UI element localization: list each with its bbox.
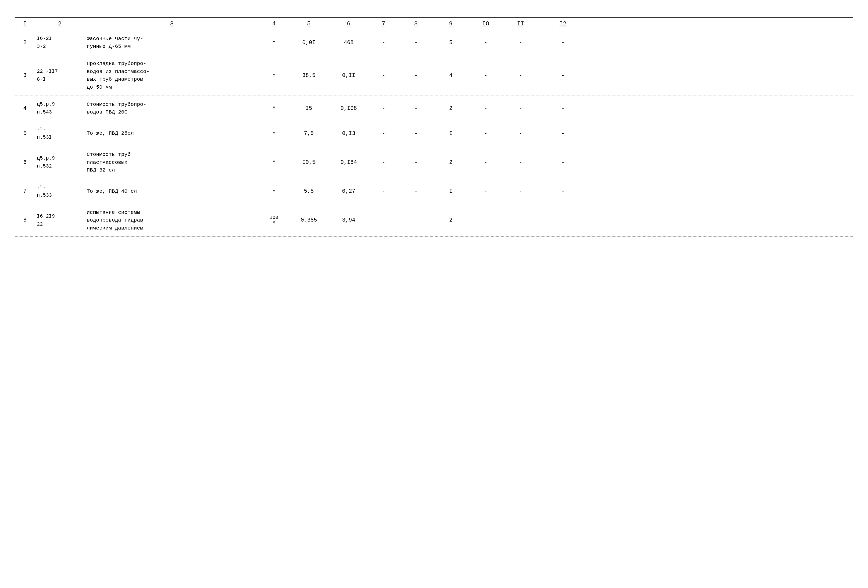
cell-col5: 5,5: [289, 188, 329, 195]
cell-num: 5: [15, 130, 35, 137]
col-header-6: 6: [329, 21, 369, 27]
cell-num: 8: [15, 217, 35, 223]
cell-description: Стоимость труб пластмассовых ПВД 32 сл: [85, 150, 259, 174]
col-header-7: 7: [369, 21, 399, 27]
cell-col7: -: [369, 217, 399, 223]
cell-col9: 4: [433, 72, 468, 79]
cell-col7: -: [369, 188, 399, 195]
cell-col8: -: [399, 188, 433, 195]
cell-col10: -: [468, 217, 503, 223]
cell-col6: 0,I3: [329, 130, 369, 137]
cell-col12: -: [538, 105, 588, 112]
table-row: 322 -II7 8-IПрокладка трубопро- водов из…: [15, 55, 853, 96]
table-row: 5-"- п.53IТо же, ПВД 25слМ7,50,I3--I---: [15, 121, 853, 146]
cell-col12: -: [538, 159, 588, 165]
cell-col12: -: [538, 217, 588, 223]
cell-col12: -: [538, 72, 588, 79]
cell-col7: -: [369, 159, 399, 165]
cell-col11: -: [503, 188, 538, 195]
cell-col9: 5: [433, 40, 468, 46]
cell-description: Фасонные части чу- гунные Д-65 мм: [85, 35, 259, 50]
cell-col7: -: [369, 105, 399, 112]
col-header-5: 5: [289, 21, 329, 27]
cell-unit: М: [259, 131, 289, 136]
cell-col8: -: [399, 72, 433, 79]
col-header-2: 2: [35, 21, 85, 27]
cell-col11: -: [503, 105, 538, 112]
table-row: 8I6-2I9 22Испытание системы водопровода …: [15, 204, 853, 237]
cell-description: Прокладка трубопро- водов из пластмассо-…: [85, 60, 259, 91]
cell-col10: -: [468, 72, 503, 79]
cell-code: 22 -II7 8-I: [35, 68, 85, 83]
cell-num: 3: [15, 72, 35, 79]
cell-description: Испытание системы водопровода гидрав- ли…: [85, 209, 259, 232]
cell-col5: I0,5: [289, 159, 329, 165]
cell-code: -"- п.53I: [35, 125, 85, 141]
cell-col12: -: [538, 188, 588, 195]
table-row: 2I6-2I 3-2Фасонные части чу- гунные Д-65…: [15, 30, 853, 55]
cell-col10: -: [468, 188, 503, 195]
cell-col11: -: [503, 40, 538, 46]
cell-col11: -: [503, 130, 538, 137]
cell-num: 6: [15, 159, 35, 165]
cell-col10: -: [468, 159, 503, 165]
cell-col5: I5: [289, 105, 329, 112]
cell-col8: -: [399, 40, 433, 46]
cell-code: -"- п.533: [35, 183, 85, 199]
cell-code: I6-2I9 22: [35, 212, 85, 228]
cell-description: То же, ПВД 25сл: [85, 130, 259, 137]
cell-description: Стоимость трубопро- водов ПВД 20С: [85, 100, 259, 116]
cell-code: I6-2I 3-2: [35, 35, 85, 50]
col-header-12: I2: [538, 21, 588, 27]
cell-col11: -: [503, 217, 538, 223]
cell-num: 4: [15, 105, 35, 112]
cell-col5: 7,5: [289, 130, 329, 137]
cell-col7: -: [369, 40, 399, 46]
cell-num: 7: [15, 188, 35, 195]
cell-unit: М: [259, 159, 289, 165]
col-header-3: 3: [85, 21, 259, 27]
cell-col7: -: [369, 72, 399, 79]
col-header-1: I: [15, 21, 35, 27]
cell-col6: 0,27: [329, 188, 369, 195]
col-header-9: 9: [433, 21, 468, 27]
cell-col9: 2: [433, 105, 468, 112]
cell-col11: -: [503, 72, 538, 79]
col-header-8: 8: [399, 21, 433, 27]
cell-col5: 0,385: [289, 217, 329, 223]
cell-col7: -: [369, 130, 399, 137]
column-headers: I 2 3 4 5 6 7 8 9 IO II I2: [15, 18, 853, 30]
cell-unit: М: [259, 189, 289, 194]
cell-col8: -: [399, 130, 433, 137]
cell-unit: М: [259, 73, 289, 78]
cell-col9: I: [433, 130, 468, 137]
cell-col6: 0,I08: [329, 105, 369, 112]
cell-col9: 2: [433, 159, 468, 165]
cell-col12: -: [538, 130, 588, 137]
cell-col12: -: [538, 40, 588, 46]
cell-unit: М: [259, 106, 289, 111]
cell-col11: -: [503, 159, 538, 165]
cell-col10: -: [468, 130, 503, 137]
cell-col6: 3,94: [329, 217, 369, 223]
cell-col5: 0,0I: [289, 40, 329, 46]
col-header-4: 4: [259, 21, 289, 27]
cell-col6: 0,I84: [329, 159, 369, 165]
cell-col10: -: [468, 40, 503, 46]
cell-col10: -: [468, 105, 503, 112]
table-row: 4ц5.р.9 п.543Стоимость трубопро- водов П…: [15, 96, 853, 121]
cell-description: То же, ПВД 40 сл: [85, 187, 259, 195]
cell-col8: -: [399, 217, 433, 223]
cell-code: ц5.р.9 п.532: [35, 154, 85, 170]
table-row: 6ц5.р.9 п.532Стоимость труб пластмассовы…: [15, 146, 853, 179]
cell-unit: т: [259, 40, 289, 45]
cell-col6: 0,II: [329, 72, 369, 79]
cell-code: ц5.р.9 п.543: [35, 100, 85, 116]
cell-col9: I: [433, 188, 468, 195]
col-header-11: II: [503, 21, 538, 27]
cell-col6: 468: [329, 40, 369, 46]
cell-col9: 2: [433, 217, 468, 223]
cell-col8: -: [399, 105, 433, 112]
cell-col5: 38,5: [289, 72, 329, 79]
table-body: 2I6-2I 3-2Фасонные части чу- гунные Д-65…: [15, 30, 853, 237]
